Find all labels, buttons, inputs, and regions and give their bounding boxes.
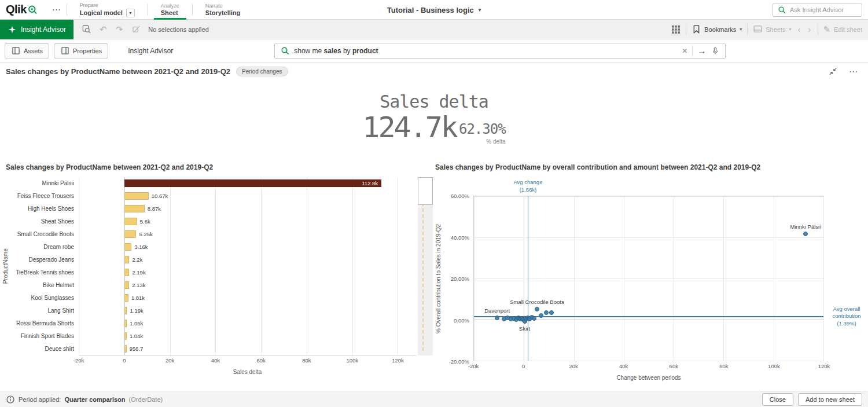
ask-insight-advisor-input[interactable] — [790, 6, 858, 13]
gridline — [352, 177, 353, 355]
nav-section-label: Analyze — [161, 3, 179, 9]
bar-value-label: 1.04k — [130, 332, 143, 340]
step-forward-icon[interactable]: ↷ — [116, 25, 123, 34]
x-tick-label: 80k — [302, 357, 311, 364]
bar[interactable] — [124, 218, 137, 225]
bar-category-label: High Heels Shoes — [10, 203, 79, 215]
collapse-chart-icon[interactable] — [828, 67, 837, 76]
bookmarks-button[interactable]: Bookmarks ▾ — [692, 25, 742, 34]
bar[interactable] — [124, 256, 130, 263]
x-tick-label: 60k — [256, 357, 265, 364]
bar-chart-scrollbar[interactable] — [418, 177, 433, 355]
top-navigation-bar: Qlik ⋯ Prepare Logical model ▾ Analyze S… — [0, 0, 868, 20]
bar[interactable] — [124, 332, 127, 340]
panel-title: Insight Advisor — [128, 47, 173, 55]
kpi-title: Sales delta — [380, 91, 488, 112]
scatter-point[interactable] — [544, 310, 549, 315]
qlik-lens-icon — [28, 5, 37, 14]
bar-x-axis-ticks: -20k020k40k60k80k100k120k — [79, 357, 416, 366]
x-tick-label: -20k — [468, 363, 479, 369]
gridline — [215, 177, 216, 355]
scatter-chart-title: Sales changes by ProductName by overall … — [433, 163, 868, 171]
x-tick-label: 80k — [719, 363, 728, 369]
bar[interactable] — [124, 345, 127, 353]
bar[interactable] — [124, 269, 130, 276]
clear-selections-icon[interactable] — [131, 25, 141, 34]
selections-tool-icon[interactable] — [82, 25, 91, 34]
scatter-point[interactable] — [535, 307, 539, 311]
scatter-point[interactable] — [803, 232, 808, 236]
scatter-point[interactable] — [495, 316, 499, 320]
bar[interactable] — [124, 307, 127, 314]
bar[interactable] — [124, 230, 137, 238]
gridline — [307, 177, 307, 355]
bookmark-icon — [692, 25, 701, 34]
bar[interactable] — [124, 179, 381, 187]
insight-advisor-label: Insight Advisor — [21, 25, 66, 34]
scatter-point-label: Skirt — [519, 325, 530, 332]
bar[interactable] — [124, 320, 127, 327]
previous-sheet-icon[interactable]: ‹ — [797, 24, 802, 34]
close-button[interactable]: Close — [762, 393, 793, 406]
app-overview-grid-icon[interactable] — [671, 25, 681, 34]
global-more-menu-icon[interactable]: ⋯ — [52, 5, 61, 14]
bar-value-label: 8.87k — [148, 205, 161, 212]
gridline — [79, 177, 79, 355]
chart-more-menu-icon[interactable]: ⋯ — [849, 67, 858, 76]
bar-category-label: Rossi Bermuda Shorts — [10, 317, 79, 330]
bar[interactable] — [124, 243, 131, 251]
period-applied-prefix: Period applied: — [19, 396, 61, 403]
nav-item-label: Sheet — [161, 9, 178, 17]
period-footer: Period applied: Quarter comparison (Orde… — [0, 391, 868, 407]
gridline — [474, 361, 823, 361]
step-back-icon[interactable]: ↶ — [100, 25, 107, 34]
scatter-y-axis-ticks: -20.00%0.00%20.00%40.00%60.00% — [443, 196, 473, 361]
insight-query-text[interactable]: show me sales by product — [294, 47, 677, 55]
ask-insight-advisor-search[interactable] — [773, 3, 862, 17]
query-term: show me — [294, 47, 323, 55]
bar-category-label: Bike Helmet — [10, 279, 79, 292]
app-title-text: Tutorial - Business logic — [387, 6, 474, 14]
insight-advisor-button[interactable]: Insight Advisor — [0, 20, 73, 39]
clear-query-icon[interactable]: ✕ — [682, 47, 687, 55]
bar[interactable] — [124, 205, 145, 212]
scatter-point[interactable] — [532, 316, 536, 321]
chevron-down-icon: ▾ — [479, 7, 481, 13]
microphone-icon[interactable] — [711, 46, 720, 56]
bar-plot-area: 112.8k10.67k8.87k5.6k5.25k3.16k2.2k2.19k… — [79, 177, 416, 355]
logical-model-caret-icon[interactable]: ▾ — [126, 9, 135, 17]
gridline — [474, 237, 823, 238]
nav-item-label: Storytelling — [205, 9, 241, 17]
assets-panel-button[interactable]: Assets — [5, 43, 49, 58]
y-tick-label: 60.00% — [451, 193, 469, 199]
scrollbar-thumb[interactable] — [418, 177, 433, 205]
add-to-new-sheet-button[interactable]: Add to new sheet — [798, 393, 862, 406]
chevron-down-icon: ▾ — [740, 27, 742, 32]
submit-query-icon[interactable]: → — [697, 46, 706, 55]
qlik-logo[interactable]: Qlik — [6, 3, 37, 16]
properties-panel-button[interactable]: Properties — [54, 43, 108, 58]
bar-value-label: 1.06k — [130, 320, 143, 327]
nav-prepare-logical-model[interactable]: Prepare Logical model ▾ — [73, 0, 142, 20]
avg-contribution-reference-label: Avg overallcontribution(1.39%) — [827, 306, 866, 328]
insight-advisor-header: Assets Properties Insight Advisor show m… — [0, 39, 868, 63]
bar[interactable] — [124, 281, 129, 289]
gridline — [170, 177, 171, 355]
insight-result-header: Sales changes by ProductName between 202… — [0, 63, 868, 80]
nav-analyze-sheet[interactable]: Analyze Sheet — [154, 0, 186, 20]
sheets-button[interactable]: Sheets ▾ — [753, 25, 791, 34]
x-tick-label: 60k — [670, 363, 678, 369]
scatter-point[interactable] — [539, 313, 543, 318]
nav-narrate-storytelling[interactable]: Narrate Storytelling — [198, 0, 248, 20]
next-sheet-icon[interactable]: › — [807, 24, 812, 34]
bar-y-axis-title: ProductName — [0, 177, 10, 355]
x-tick-label: 40k — [211, 357, 220, 364]
bar[interactable] — [124, 294, 128, 302]
bar[interactable] — [124, 192, 149, 200]
kpi-value: 124.7k — [362, 113, 457, 142]
edit-sheet-button[interactable]: ✎ Edit sheet — [823, 25, 863, 34]
pencil-icon: ✎ — [823, 25, 831, 34]
scatter-point[interactable] — [549, 310, 554, 315]
app-title-dropdown[interactable]: Tutorial - Business logic ▾ — [387, 6, 481, 14]
insight-query-box[interactable]: show me sales by product ✕ → — [274, 43, 726, 59]
